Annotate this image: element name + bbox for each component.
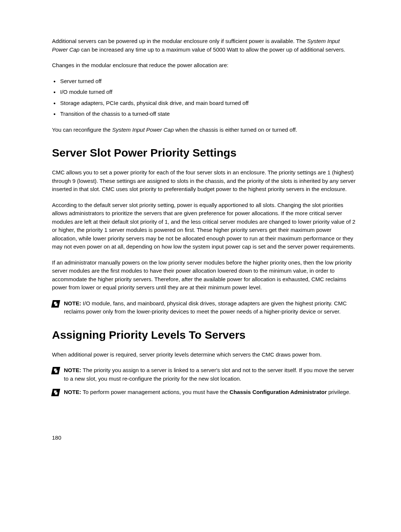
note-body-b: privilege. — [327, 389, 351, 395]
intro-paragraph-2: Changes in the modular enclosure that re… — [52, 61, 356, 70]
intro-paragraph-3: You can reconfigure the System Input Pow… — [52, 126, 356, 134]
note-icon — [51, 389, 60, 396]
note-label: NOTE: — [64, 389, 83, 395]
note-text: NOTE: The priority you assign to a serve… — [64, 366, 356, 383]
note-label: NOTE: — [64, 367, 83, 373]
list-item: I/O module turned off — [52, 88, 356, 96]
note-block: NOTE: I/O module, fans, and mainboard, p… — [52, 299, 356, 316]
note-body: The priority you assign to a server is l… — [64, 367, 354, 382]
note-label: NOTE: — [64, 300, 83, 306]
note-icon — [51, 300, 60, 308]
note-text: NOTE: To perform power management action… — [64, 388, 356, 397]
intro-p3-b: when the chassis is either turned on or … — [174, 127, 297, 133]
intro-p3-a: You can reconfigure the — [52, 127, 112, 133]
section1-paragraph-2: According to the default server slot pri… — [52, 201, 356, 251]
list-item: Transition of the chassis to a turned-of… — [52, 110, 356, 118]
intro-p1-b: can be increased any time up to a maximu… — [79, 46, 345, 53]
section1-paragraph-3: If an administrator manually powers on t… — [52, 259, 356, 292]
note-body-bold: Chassis Configuration Administrator — [229, 389, 327, 395]
note-block: NOTE: To perform power management action… — [52, 388, 356, 397]
note-body-a: To perform power management actions, you… — [83, 389, 229, 395]
note-block: NOTE: The priority you assign to a serve… — [52, 366, 356, 383]
list-item: Server turned off — [52, 77, 356, 86]
section1-paragraph-1: CMC allows you to set a power priority f… — [52, 168, 356, 194]
section2-paragraph-1: When additional power is required, serve… — [52, 351, 356, 359]
note-body: I/O module, fans, and mainboard, physica… — [64, 300, 347, 315]
section-heading-server-slot: Server Slot Power Priority Settings — [52, 144, 356, 161]
note-icon — [51, 367, 60, 374]
intro-p1-a: Additional servers can be powered up in … — [52, 38, 307, 44]
note-text: NOTE: I/O module, fans, and mainboard, p… — [64, 299, 356, 316]
intro-bullet-list: Server turned off I/O module turned off … — [52, 77, 356, 118]
section-heading-assigning-priority: Assigning Priority Levels To Servers — [52, 326, 356, 343]
page-number: 180 — [52, 434, 356, 442]
intro-p3-italic: System Input Power Cap — [112, 127, 174, 133]
list-item: Storage adapters, PCIe cards, physical d… — [52, 99, 356, 108]
intro-paragraph-1: Additional servers can be powered up in … — [52, 37, 356, 54]
